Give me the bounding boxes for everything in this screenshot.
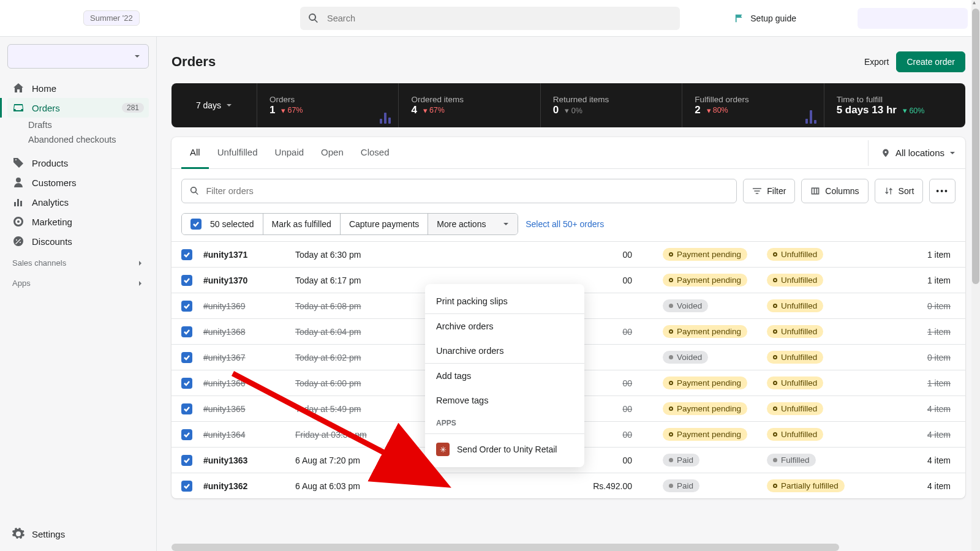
row-checkbox[interactable]: [181, 326, 192, 337]
row-checkbox[interactable]: [181, 249, 192, 260]
setup-guide-link[interactable]: Setup guide: [734, 13, 796, 24]
fulfillment-status: Unfulfilled: [767, 274, 877, 287]
global-search[interactable]: [300, 7, 680, 30]
capture-payments-button[interactable]: Capture payments: [341, 214, 428, 234]
select-all-link[interactable]: Select all 50+ orders: [526, 219, 604, 229]
stat-fulfilled-orders[interactable]: Fulfilled orders 2▾ 80%: [682, 83, 824, 127]
filter-orders-input[interactable]: [206, 186, 729, 196]
fulfillment-status: Unfulfilled: [767, 402, 877, 415]
order-id[interactable]: #unity1371: [203, 250, 295, 260]
dropdown-add-tags[interactable]: Add tags: [425, 363, 584, 388]
stat-ordered-items[interactable]: Ordered items 4▾ 67%: [399, 83, 540, 127]
sidebar-item-analytics[interactable]: Analytics: [7, 192, 149, 212]
order-id[interactable]: #unity1362: [203, 481, 295, 491]
location-selector[interactable]: All locations: [881, 148, 956, 158]
sort-button[interactable]: Sort: [875, 179, 924, 203]
payment-status: Voided: [632, 299, 767, 312]
order-id[interactable]: #unity1363: [203, 455, 295, 465]
sidebar-item-drafts[interactable]: Drafts: [7, 118, 149, 132]
row-checkbox[interactable]: [181, 378, 192, 389]
order-id[interactable]: #unity1366: [203, 378, 295, 388]
table-row[interactable]: #unity13626 Aug at 6:03 pmRs.492.00PaidP…: [172, 473, 965, 498]
payment-status: Paid: [632, 479, 767, 492]
search-icon: [189, 186, 200, 197]
stat-returned-items[interactable]: Returned items 0▾ 0%: [541, 83, 682, 127]
tabs: All Unfulfilled Unpaid Open Closed All l…: [172, 137, 965, 169]
payment-status: Payment pending: [632, 428, 767, 441]
stat-orders[interactable]: Orders 1▾ 67%: [257, 83, 399, 127]
row-checkbox[interactable]: [181, 352, 192, 363]
orders-card: All Unfulfilled Unpaid Open Closed All l…: [172, 137, 965, 498]
select-all-checkbox[interactable]: [190, 219, 202, 230]
order-items: 0 item: [877, 353, 956, 362]
dropdown-send-unity[interactable]: ✳Send Order to Unity Retail: [425, 437, 584, 462]
export-button[interactable]: Export: [864, 57, 889, 67]
tab-unpaid[interactable]: Unpaid: [266, 137, 313, 168]
tab-all[interactable]: All: [181, 137, 209, 169]
order-date: Today at 6:17 pm: [295, 276, 436, 285]
sidebar-item-marketing[interactable]: Marketing: [7, 212, 149, 231]
topbar: Summer '22 Setup guide: [0, 0, 980, 37]
sidebar-item-products[interactable]: Products: [7, 153, 149, 173]
search-input[interactable]: [327, 13, 673, 23]
row-checkbox[interactable]: [181, 301, 192, 312]
order-id[interactable]: #unity1368: [203, 327, 295, 337]
order-date: Today at 6:30 pm: [295, 250, 436, 260]
order-items: 1 item: [877, 378, 956, 388]
order-date: Friday at 03:39 pm: [295, 430, 436, 440]
dropdown-apps-header: APPS: [425, 413, 584, 431]
row-checkbox[interactable]: [181, 455, 192, 466]
tab-closed[interactable]: Closed: [352, 137, 398, 168]
columns-button[interactable]: Columns: [801, 179, 868, 203]
caret-down-icon: [226, 102, 232, 108]
order-id[interactable]: #unity1370: [203, 276, 295, 285]
order-id[interactable]: #unity1367: [203, 353, 295, 362]
stat-time-to-fulfill[interactable]: Time to fulfill 5 days 13 hr▾ 60%: [824, 83, 965, 127]
tab-unfulfilled[interactable]: Unfulfilled: [209, 137, 266, 168]
order-id[interactable]: #unity1365: [203, 404, 295, 414]
fulfillment-status: Unfulfilled: [767, 248, 877, 261]
dropdown-remove-tags[interactable]: Remove tags: [425, 388, 584, 413]
dropdown-archive[interactable]: Archive orders: [425, 313, 584, 339]
order-id[interactable]: #unity1364: [203, 430, 295, 440]
order-id[interactable]: #unity1369: [203, 301, 295, 311]
sidebar-item-customers[interactable]: Customers: [7, 173, 149, 192]
row-checkbox[interactable]: [181, 429, 192, 440]
row-checkbox[interactable]: [181, 403, 192, 414]
dropdown-unarchive[interactable]: Unarchive orders: [425, 339, 584, 363]
dropdown-print-slips[interactable]: Print packing slips: [425, 289, 584, 313]
create-order-button[interactable]: Create order: [896, 51, 965, 72]
location-icon: [881, 148, 891, 158]
table-row[interactable]: #unity1371Today at 6:30 pm00Payment pend…: [172, 241, 965, 267]
mark-fulfilled-button[interactable]: Mark as fulfilled: [263, 214, 341, 234]
store-selector[interactable]: [7, 44, 149, 69]
account-menu[interactable]: [858, 8, 968, 29]
order-items: 4 item: [877, 481, 956, 491]
vertical-scrollbar[interactable]: [971, 0, 980, 551]
columns-icon: [810, 186, 820, 196]
more-actions-button[interactable]: More actions: [428, 214, 518, 234]
fulfillment-status: Unfulfilled: [767, 299, 877, 312]
sidebar-item-abandoned[interactable]: Abandoned checkouts: [7, 132, 149, 147]
tab-open[interactable]: Open: [312, 137, 352, 168]
sidebar-item-orders[interactable]: Orders281: [7, 98, 149, 118]
sort-icon: [884, 186, 894, 196]
period-selector[interactable]: 7 days: [172, 83, 257, 127]
sidebar-item-discounts[interactable]: Discounts: [7, 231, 149, 251]
theme-badge[interactable]: Summer '22: [83, 10, 140, 26]
sidebar-section-sales-channels[interactable]: Sales channels: [7, 251, 149, 271]
content-area: Orders Export Create order 7 days Orders…: [157, 37, 980, 551]
row-checkbox[interactable]: [181, 275, 192, 286]
more-filters-button[interactable]: •••: [929, 179, 956, 203]
horizontal-scrollbar[interactable]: [172, 544, 839, 551]
sidebar-item-settings[interactable]: Settings: [7, 524, 149, 544]
order-date: Today at 5:49 pm: [295, 404, 436, 414]
filter-button[interactable]: Filter: [743, 179, 795, 203]
row-checkbox[interactable]: [181, 481, 192, 492]
tag-icon: [12, 157, 24, 169]
filter-input-wrap[interactable]: [181, 179, 737, 203]
selected-count[interactable]: 50 selected: [182, 214, 263, 234]
sidebar-section-apps[interactable]: Apps: [7, 271, 149, 291]
sidebar-item-home[interactable]: Home: [7, 78, 149, 98]
order-items: 1 item: [877, 250, 956, 260]
